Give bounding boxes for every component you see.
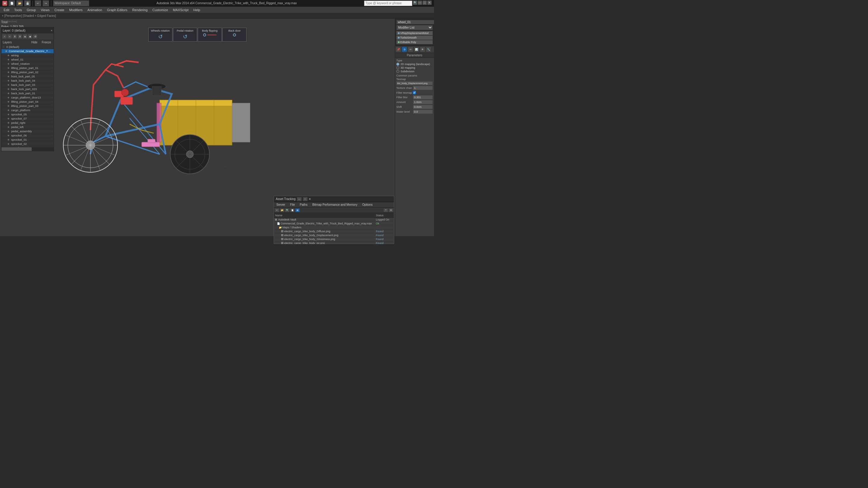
- layer-settings-btn[interactable]: ⚙: [33, 34, 38, 39]
- layer-item-10[interactable]: ◈back_lock_part_023···: [1, 87, 54, 91]
- water-level-input[interactable]: [413, 110, 433, 114]
- filter-texmap-check[interactable]: [413, 91, 416, 95]
- layers-list[interactable]: □0 (default)···▣Commercial_Grade_Electri…: [1, 45, 54, 147]
- layer-del-btn[interactable]: ×: [7, 34, 12, 39]
- modifier-editable-poly[interactable]: Editable Poly: [396, 40, 433, 44]
- layer-item-8[interactable]: ◈back_lock_part_04···: [1, 78, 54, 83]
- layer-item-14[interactable]: ◈lifting_piston_part_03···: [1, 104, 54, 108]
- layer-item-16[interactable]: ◈sprocket_05···: [1, 112, 54, 117]
- menu-rendering[interactable]: Rendering: [130, 7, 150, 13]
- layer-item-6[interactable]: ◈lifting_piston_part_02···: [1, 70, 54, 74]
- modifier-turbo[interactable]: TurboSmooth: [396, 36, 433, 40]
- open-btn[interactable]: 📂: [16, 0, 23, 6]
- menu-group[interactable]: Group: [24, 7, 38, 13]
- asset-tool-4[interactable]: 📋: [290, 208, 295, 213]
- layer-item-3[interactable]: ◈wheel_01···: [1, 58, 54, 62]
- asset-help-btn[interactable]: ?: [383, 208, 388, 213]
- rp-pin-btn[interactable]: 📌: [396, 47, 401, 52]
- rp-mod-btn[interactable]: ⚙: [402, 47, 407, 52]
- layer-item-11[interactable]: ◈back_lock_part_01···: [1, 91, 54, 96]
- layer-item-17[interactable]: ◈sprocket_07···: [1, 117, 54, 121]
- asset-row-5[interactable]: 🖼electric_cargo_trike_body_Glossiness.pn…: [274, 237, 394, 241]
- layer-hilight-btn[interactable]: ◆: [28, 34, 33, 39]
- menu-tools[interactable]: Tools: [12, 7, 24, 13]
- asset-row-6[interactable]: 🖼electric_cargo_trike_body_ior.pngFound: [274, 241, 394, 244]
- menu-graph-editors[interactable]: Graph Editors: [104, 7, 130, 13]
- asset-menu-file[interactable]: File: [287, 202, 297, 207]
- layer-item-22[interactable]: ◈sprocket_01···: [1, 138, 54, 142]
- layer-item-21[interactable]: ◈sprocket_06···: [1, 133, 54, 138]
- undo-btn[interactable]: ↩: [35, 0, 41, 6]
- asset-menu-server[interactable]: Server: [274, 202, 287, 207]
- menu-maxscript[interactable]: MAXScript: [170, 7, 191, 13]
- radio-2d[interactable]: [396, 63, 399, 66]
- close-btn[interactable]: ✕: [427, 1, 432, 5]
- asset-row-3[interactable]: 🖼electric_cargo_trike_body_Diffuse.pngFo…: [274, 230, 394, 233]
- layer-remove-btn[interactable]: ⬇: [18, 34, 22, 39]
- save-btn[interactable]: 💾: [24, 0, 31, 6]
- menu-animation[interactable]: Animation: [85, 7, 104, 13]
- asset-row-4[interactable]: 🖼electric_cargo_trike_body_Displacement.…: [274, 233, 394, 237]
- layer-item-13[interactable]: ◈lifting_piston_part_04···: [1, 100, 54, 104]
- asset-row-2[interactable]: 📁Maps / Shaders: [274, 226, 394, 230]
- texture-chan-input[interactable]: [413, 86, 433, 90]
- layer-item-20[interactable]: ◈pedal_assembly···: [1, 129, 54, 133]
- layers-scrollbar[interactable]: [1, 147, 54, 151]
- rp-edit-btn[interactable]: ✏: [408, 47, 413, 52]
- asset-tool-1[interactable]: ↩: [275, 208, 279, 213]
- layer-add-btn[interactable]: ⬆: [12, 34, 17, 39]
- menu-modifiers[interactable]: Modifiers: [67, 7, 85, 13]
- layer-item-7[interactable]: ◈front_lock_part_05···: [1, 74, 54, 78]
- layers-close-btn[interactable]: ×: [51, 29, 53, 32]
- asset-menu-bitmap[interactable]: Bitmap Performance and Memory: [310, 202, 360, 207]
- layer-item-18[interactable]: ◈pedal_right···: [1, 121, 54, 125]
- asset-maximize-btn[interactable]: □: [303, 197, 308, 201]
- layer-item-15[interactable]: ◈cargo_platform···: [1, 108, 54, 112]
- asset-menu-options[interactable]: Options: [360, 202, 375, 207]
- maximize-btn[interactable]: □: [423, 1, 427, 5]
- layer-item-1[interactable]: ▣Commercial_Grade_Electric_Trike_with_Tr…: [1, 49, 54, 53]
- asset-minimize-btn[interactable]: —: [297, 197, 302, 201]
- asset-tool-2[interactable]: 📂: [280, 208, 284, 213]
- asset-row-0[interactable]: 🏛Autodesk VaultLogged On: [274, 218, 394, 222]
- menu-edit[interactable]: Edit: [1, 7, 12, 13]
- asset-table[interactable]: 🏛Autodesk VaultLogged On📄Commercial_Grad…: [274, 218, 394, 244]
- shift-input[interactable]: [413, 105, 433, 109]
- layer-item-23[interactable]: ◈sprocket_02···: [1, 142, 54, 146]
- layer-item-4[interactable]: ◈wheel_rotation···: [1, 62, 54, 66]
- asset-menu-paths[interactable]: Paths: [298, 202, 310, 207]
- asset-tool-3[interactable]: 🔍: [285, 208, 290, 213]
- layer-item-0[interactable]: □0 (default)···: [1, 45, 54, 49]
- layer-new-btn[interactable]: +: [2, 34, 7, 39]
- radio-subdiv[interactable]: [396, 70, 399, 73]
- menu-create[interactable]: Create: [52, 7, 67, 13]
- menu-customize[interactable]: Customize: [150, 7, 170, 13]
- radio-3d[interactable]: [396, 66, 399, 69]
- filter-blur-input[interactable]: [413, 95, 433, 99]
- modifier-vray[interactable]: VRayDisplacementMod: [396, 31, 433, 35]
- search-input[interactable]: [364, 1, 412, 6]
- layer-item-12[interactable]: ◈cargo_platform_door13···: [1, 96, 54, 100]
- layer-item-2[interactable]: ◈wiring···: [1, 53, 54, 58]
- menu-views[interactable]: Views: [38, 7, 52, 13]
- workspace-label[interactable]: Workspace: Default: [53, 0, 89, 6]
- menu-help[interactable]: Help: [191, 7, 203, 13]
- layer-sel-btn[interactable]: ◈: [23, 34, 27, 39]
- asset-extra-btn[interactable]: ⚙: [389, 208, 393, 213]
- rp-display-btn[interactable]: 👁: [420, 47, 425, 52]
- redo-btn[interactable]: ↪: [42, 0, 49, 6]
- texmap-value[interactable]: ike_body_Displacement.png: [396, 82, 433, 85]
- layer-item-19[interactable]: ◈pedal_left···: [1, 125, 54, 129]
- layer-item-5[interactable]: ◈lifting_piston_part_01···: [1, 66, 54, 70]
- asset-tool-5[interactable]: ▦: [295, 208, 300, 213]
- asset-close-btn[interactable]: ×: [309, 197, 311, 201]
- minimize-btn[interactable]: —: [418, 1, 422, 5]
- layer-item-9[interactable]: ◈back_lock_part_03···: [1, 83, 54, 87]
- rp-utility-btn[interactable]: 🔧: [426, 47, 431, 52]
- rp-track-btn[interactable]: 📊: [414, 47, 419, 52]
- search-btn[interactable]: 🔍: [413, 1, 417, 5]
- asset-row-1[interactable]: 📄Commercial_Grade_Electric_Trike_with_Tr…: [274, 222, 394, 226]
- amount-input[interactable]: [413, 100, 433, 104]
- modifier-list-dropdown[interactable]: Modifier List: [396, 25, 433, 30]
- new-btn[interactable]: 📄: [8, 0, 15, 6]
